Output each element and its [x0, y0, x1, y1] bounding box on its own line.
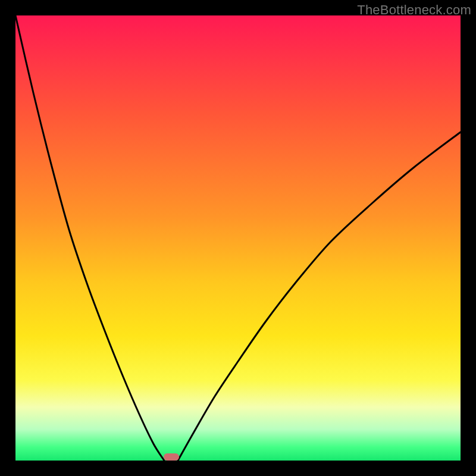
bottleneck-curve — [15, 15, 461, 461]
watermark-text: TheBottleneck.com — [357, 2, 471, 18]
curve-left-branch — [15, 15, 164, 461]
optimal-point-marker — [164, 453, 179, 461]
curve-right-branch — [178, 132, 461, 461]
chart-plot-area — [15, 15, 461, 461]
